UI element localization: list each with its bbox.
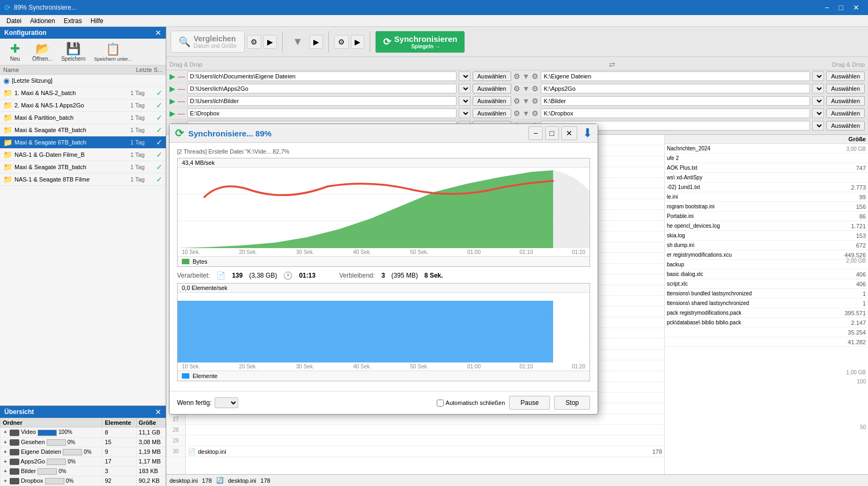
expand-icon[interactable]: + — [4, 468, 7, 474]
folder-right-select[interactable] — [812, 96, 824, 106]
compare-gear-button[interactable]: ⚙ — [247, 35, 261, 49]
config-item[interactable]: 📁 2. Maxi & NAS-1 Apps2Go 1 Tag ✓ — [0, 99, 166, 112]
folder-right-select-btn[interactable]: Auswählen — [826, 84, 865, 93]
folder-left-input[interactable] — [187, 84, 457, 93]
menu-aktionen[interactable]: Aktionen — [26, 16, 60, 26]
folder-left-input[interactable] — [187, 71, 457, 81]
folder-expand-icon[interactable]: ▶ — [170, 97, 175, 105]
folder-left-select-btn[interactable]: Auswählen — [473, 108, 511, 118]
folder-gear-icon[interactable]: ⚙ — [513, 109, 520, 118]
folder-gear-icon[interactable]: ⚙ — [513, 84, 520, 93]
funnel-icon[interactable]: ▼ — [288, 33, 307, 50]
pause-button[interactable]: Pause — [509, 396, 550, 410]
auto-close-label[interactable]: Automatisch schließen — [437, 400, 505, 407]
list-item[interactable] — [186, 436, 664, 446]
speichern-unter-button[interactable]: 📋 Speichern unter... — [91, 41, 135, 63]
folder-right-select-btn[interactable]: Auswählen — [826, 121, 865, 130]
folder-expand-icon[interactable]: ▶ — [170, 109, 175, 118]
menu-datei[interactable]: Datei — [2, 16, 26, 26]
maximize-button[interactable]: □ — [835, 2, 848, 13]
konfiguration-close-button[interactable]: ✕ — [155, 28, 161, 37]
wenn-fertig-select[interactable] — [215, 397, 238, 408]
folder-right-input[interactable] — [541, 96, 810, 106]
list-item[interactable] — [186, 425, 664, 436]
folder-right-select[interactable] — [812, 108, 824, 118]
config-item[interactable]: 📁 NAS-1 & Seagate 8TB Filme 1 Tag ✓ — [0, 173, 166, 186]
folder-gear-icon[interactable]: ⚙ — [513, 72, 520, 81]
table-row[interactable]: + Gesehen 0% 15 3,08 MB — [1, 437, 166, 447]
folder-right-select-btn[interactable]: Auswählen — [826, 71, 865, 81]
folder-right-select[interactable] — [812, 121, 824, 130]
folder-left-select[interactable] — [459, 108, 470, 118]
folder-left-select-btn[interactable]: Auswählen — [473, 71, 511, 81]
folder-right-select-btn[interactable]: Auswählen — [826, 108, 865, 118]
dialog-minimize-button[interactable]: − — [528, 126, 542, 140]
folder-right-input[interactable] — [541, 71, 810, 81]
auto-close-checkbox[interactable] — [437, 400, 444, 407]
folder-funnel-icon[interactable]: ▼ — [523, 84, 530, 93]
folder-left-input[interactable] — [187, 96, 457, 106]
minimize-button[interactable]: − — [820, 2, 833, 13]
expand-icon[interactable]: + — [4, 449, 7, 455]
dialog-close-button[interactable]: ✕ — [561, 126, 577, 140]
oeffnen-button[interactable]: 📂 Öffnen... — [29, 41, 56, 63]
synchronisieren-button[interactable]: ⟳ Synchronisieren Spiegeln → — [376, 31, 465, 53]
sync-gear-button[interactable]: ⚙ — [334, 35, 349, 49]
table-row[interactable]: + Eigene Dateien 0% 9 1,19 MB — [1, 447, 166, 456]
folder-left-select[interactable] — [459, 96, 470, 106]
dialog-arrow-down[interactable]: ⬇ — [583, 126, 592, 140]
folder-minus-icon[interactable]: — — [178, 84, 185, 93]
folder-left-select[interactable] — [459, 71, 470, 81]
folder-gear2-icon[interactable]: ⚙ — [532, 97, 539, 105]
config-item[interactable]: ◉ [Letzte Sitzung] — [0, 75, 166, 87]
stop-button[interactable]: Stop — [554, 396, 590, 410]
filter-arrow-button[interactable]: ▶ — [310, 35, 323, 49]
table-row[interactable]: + Bilder 0% 3 183 KB — [1, 466, 166, 476]
folder-minus-icon[interactable]: — — [178, 97, 185, 105]
config-item[interactable]: 📁 NAS-1 & G-Daten Filme_B 1 Tag ✓ — [0, 149, 166, 161]
folder-left-input[interactable] — [187, 108, 457, 118]
table-row[interactable]: + Video 100% 8 11,1 GB — [1, 427, 166, 437]
expand-icon[interactable]: + — [4, 478, 7, 484]
folder-left-select-btn[interactable]: Auswählen — [473, 84, 511, 93]
folder-right-input[interactable] — [541, 84, 810, 93]
folder-gear2-icon[interactable]: ⚙ — [532, 72, 539, 81]
menu-extras[interactable]: Extras — [60, 16, 86, 26]
folder-funnel-icon[interactable]: ▼ — [523, 97, 530, 105]
folder-right-input[interactable] — [541, 108, 810, 118]
table-row[interactable]: + Apps2Go 0% 17 1,17 MB — [1, 456, 166, 466]
folder-gear2-icon[interactable]: ⚙ — [532, 84, 539, 93]
config-item[interactable]: 📁 1. Maxi & NAS-2_batch 1 Tag ✓ — [0, 87, 166, 99]
folder-minus-icon[interactable]: — — [178, 109, 185, 118]
dialog-maximize-button[interactable]: □ — [545, 126, 559, 140]
folder-gear-icon[interactable]: ⚙ — [513, 97, 520, 105]
list-item[interactable]: 📄 desktop.ini 178 — [186, 446, 664, 457]
config-item[interactable]: 📁 Maxi & Seagate 3TB_batch 1 Tag ✓ — [0, 161, 166, 173]
folder-right-select[interactable] — [812, 84, 824, 93]
folder-right-select[interactable] — [812, 71, 824, 81]
speichern-button[interactable]: 💾 Speichern — [58, 41, 89, 63]
config-item[interactable]: 📁 Maxi & Seagate 6TB_batch 1 Tag ✓ — [0, 136, 166, 149]
folder-expand-icon[interactable]: ▶ — [170, 84, 175, 93]
folder-funnel-icon[interactable]: ▼ — [523, 109, 530, 118]
folder-minus-icon[interactable]: — — [178, 72, 185, 81]
ubersicht-close-button[interactable]: ✕ — [155, 408, 161, 416]
vergleichen-button[interactable]: 🔍 Vergleichen Datum und Größe — [171, 31, 245, 53]
table-row[interactable]: + Dropbox 0% 92 90,2 KB — [1, 476, 166, 485]
menu-hilfe[interactable]: Hilfe — [86, 16, 108, 26]
sync-arrow-button[interactable]: ▶ — [351, 35, 364, 49]
expand-icon[interactable]: + — [4, 429, 7, 435]
folder-left-select[interactable] — [459, 84, 470, 93]
config-item[interactable]: 📁 Maxi & Seagate 4TB_batch 1 Tag ✓ — [0, 124, 166, 136]
expand-icon[interactable]: + — [4, 459, 7, 465]
folder-right-select-btn[interactable]: Auswählen — [826, 96, 865, 106]
config-item[interactable]: 📁 Maxi & Partition_batch 1 Tag ✓ — [0, 112, 166, 124]
folder-expand-icon[interactable]: ▶ — [170, 72, 175, 81]
folder-left-select-btn[interactable]: Auswählen — [473, 96, 511, 106]
folder-funnel-icon[interactable]: ▼ — [523, 72, 530, 81]
expand-icon[interactable]: + — [4, 439, 7, 445]
list-item[interactable] — [186, 414, 664, 425]
compare-arrow-button[interactable]: ▶ — [263, 35, 277, 49]
neu-button[interactable]: ✚ Neu — [3, 41, 27, 63]
close-button[interactable]: ✕ — [849, 2, 864, 13]
